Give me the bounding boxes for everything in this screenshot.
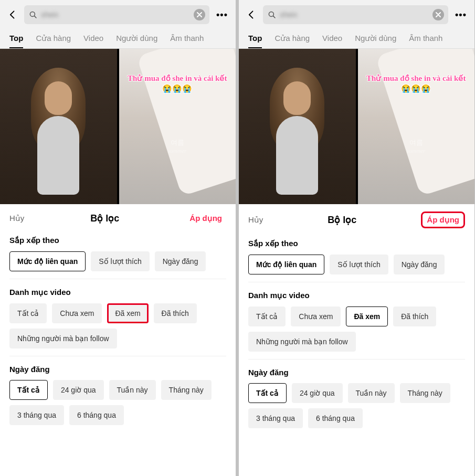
divider (248, 359, 465, 359)
filter-sheet-title: Bộ lọc (328, 214, 356, 226)
person-silhouette (260, 64, 334, 204)
tab-người-dùng[interactable]: Người dùng (355, 29, 396, 48)
video-caption-overlay: Thử mua đồ she in và cái kết 😭😭😭 (119, 73, 236, 94)
filter-chip[interactable]: 24 giờ qua (292, 383, 343, 403)
cancel-button[interactable]: Hủy (248, 215, 263, 225)
search-tabs: TopCửa hàngVideoNgười dùngÂm thanh (0, 27, 236, 49)
search-icon (28, 10, 38, 19)
tab-âm-thanh[interactable]: Âm thanh (409, 29, 442, 48)
svg-point-1 (269, 12, 273, 16)
tab-video[interactable]: Video (322, 29, 342, 48)
clear-search-icon[interactable] (194, 9, 205, 20)
filter-chip[interactable]: Đã xem (107, 303, 148, 323)
divider (9, 279, 226, 279)
filter-bottom-sheet: Hủy Bộ lọc Áp dụng Sắp xếp theoMức độ li… (239, 204, 474, 476)
apply-button[interactable]: Áp dụng (185, 211, 226, 225)
filter-chip[interactable]: Tháng này (161, 380, 212, 400)
divider (9, 356, 226, 356)
filter-chip-group: Tất cảChưa xemĐã xemĐã thíchNhững người … (9, 303, 226, 348)
filter-chip[interactable]: Số lượt thích (91, 251, 149, 271)
filter-chip[interactable]: Tuần này (348, 383, 395, 403)
filter-chip[interactable]: 6 tháng qua (69, 405, 124, 425)
filter-chip[interactable]: 3 tháng qua (248, 408, 303, 428)
filter-section: Sắp xếp theoMức độ liên quanSố lượt thíc… (239, 234, 474, 279)
filter-section: Sắp xếp theoMức độ liên quanSố lượt thíc… (0, 230, 236, 276)
filter-sheet-header: Hủy Bộ lọc Áp dụng (239, 204, 474, 234)
cancel-button[interactable]: Hủy (9, 214, 24, 223)
tab-người-dùng[interactable]: Người dùng (116, 29, 157, 48)
filter-chip[interactable]: 24 giờ qua (53, 380, 104, 400)
filter-chip[interactable]: Mức độ liên quan (248, 255, 324, 274)
filter-section: Ngày đăngTất cả24 giờ quaTuần nàyTháng n… (239, 363, 474, 432)
search-input[interactable]: shein (263, 5, 448, 24)
apply-button[interactable]: Áp dụng (421, 211, 465, 228)
filter-chip[interactable]: Chưa xem (291, 306, 341, 326)
video-thumbnail[interactable]: Thử mua đồ she in và cái kết 😭😭😭 여름 summ… (119, 49, 236, 204)
divider (248, 282, 465, 282)
svg-point-0 (30, 12, 35, 16)
filter-chip[interactable]: Ngày đăng (394, 255, 445, 274)
filter-chip[interactable]: 6 tháng qua (308, 408, 363, 428)
filter-section-title: Danh mục video (9, 288, 226, 297)
filter-chip[interactable]: Tuần này (109, 380, 156, 400)
filter-section-title: Danh mục video (248, 291, 465, 300)
filter-chip[interactable]: Tháng này (400, 383, 450, 403)
filter-chip[interactable]: Đã thích (154, 303, 197, 323)
search-header: shein ••• (0, 0, 236, 27)
filter-chip[interactable]: Mức độ liên quan (9, 251, 86, 271)
filter-section: Ngày đăngTất cả24 giờ quaTuần nàyTháng n… (0, 359, 236, 429)
filter-chip[interactable]: Tất cả (9, 303, 47, 323)
filter-chip[interactable]: Đã thích (393, 306, 436, 326)
filter-chip[interactable]: Những người mà bạn follow (9, 329, 117, 348)
filter-chip-group: Tất cảChưa xemĐã xemĐã thíchNhững người … (248, 306, 465, 352)
tab-âm-thanh[interactable]: Âm thanh (170, 29, 204, 48)
filter-chip-group: Mức độ liên quanSố lượt thíchNgày đăng (248, 255, 465, 274)
video-thumbnail[interactable] (0, 49, 117, 204)
video-thumbnail[interactable]: Thử mua đồ she in và cái kết 😭😭😭 여름 summ… (358, 49, 475, 204)
search-text-blurred: shein (41, 10, 191, 19)
more-icon[interactable]: ••• (215, 9, 229, 20)
video-caption-overlay: Thử mua đồ she in và cái kết 😭😭😭 (358, 73, 475, 94)
filter-chip[interactable]: Tất cả (248, 383, 287, 403)
filter-chip-group: Tất cả24 giờ quaTuần nàyTháng này3 tháng… (9, 380, 226, 425)
back-icon[interactable] (245, 8, 258, 21)
clear-search-icon[interactable] (432, 9, 444, 20)
filter-chip[interactable]: Những người mà bạn follow (248, 332, 356, 352)
phone-screen: shein ••• TopCửa hàngVideoNgười dùngÂm t… (239, 0, 474, 476)
filter-chip[interactable]: Tất cả (248, 306, 286, 326)
search-tabs: TopCửa hàngVideoNgười dùngÂm thanh (239, 27, 474, 49)
video-watermark: 여름 summer (119, 138, 236, 154)
filter-section-title: Sắp xếp theo (248, 239, 465, 248)
filter-chip[interactable]: 3 tháng qua (9, 405, 64, 425)
search-text-blurred: shein (280, 10, 429, 19)
filter-section: Danh mục videoTất cảChưa xemĐã xemĐã thí… (0, 282, 236, 353)
filter-chip[interactable]: Tất cả (9, 380, 48, 400)
video-watermark: 여름 summer (358, 138, 475, 154)
tab-cửa-hàng[interactable]: Cửa hàng (275, 29, 310, 48)
filter-sheet-header: Hủy Bộ lọc Áp dụng (0, 204, 236, 230)
person-silhouette (22, 64, 95, 204)
filter-chip[interactable]: Đã xem (346, 306, 388, 326)
video-thumbnail[interactable] (239, 49, 356, 204)
filter-chip[interactable]: Ngày đăng (155, 251, 206, 271)
filter-section-title: Ngày đăng (9, 365, 226, 374)
filter-chip[interactable]: Số lượt thích (330, 255, 388, 274)
video-results-row: Thử mua đồ she in và cái kết 😭😭😭 여름 summ… (0, 49, 236, 204)
tab-video[interactable]: Video (83, 29, 103, 48)
search-input[interactable]: shein (24, 5, 209, 24)
filter-chip-group: Tất cả24 giờ quaTuần nàyTháng này3 tháng… (248, 383, 465, 428)
tab-cửa-hàng[interactable]: Cửa hàng (36, 29, 71, 48)
filter-chip[interactable]: Chưa xem (52, 303, 102, 323)
search-icon (267, 10, 277, 19)
filter-bottom-sheet: Hủy Bộ lọc Áp dụng Sắp xếp theoMức độ li… (0, 204, 236, 476)
tab-top[interactable]: Top (9, 29, 23, 48)
more-icon[interactable]: ••• (453, 9, 468, 20)
phone-screen: shein ••• TopCửa hàngVideoNgười dùngÂm t… (0, 0, 236, 476)
tab-top[interactable]: Top (248, 29, 262, 48)
search-header: shein ••• (239, 0, 474, 27)
video-results-row: Thử mua đồ she in và cái kết 😭😭😭 여름 summ… (239, 49, 474, 204)
filter-sheet-title: Bộ lọc (90, 213, 119, 224)
back-icon[interactable] (6, 8, 19, 21)
filter-section-title: Ngày đăng (248, 368, 465, 377)
filter-section-title: Sắp xếp theo (9, 236, 226, 245)
